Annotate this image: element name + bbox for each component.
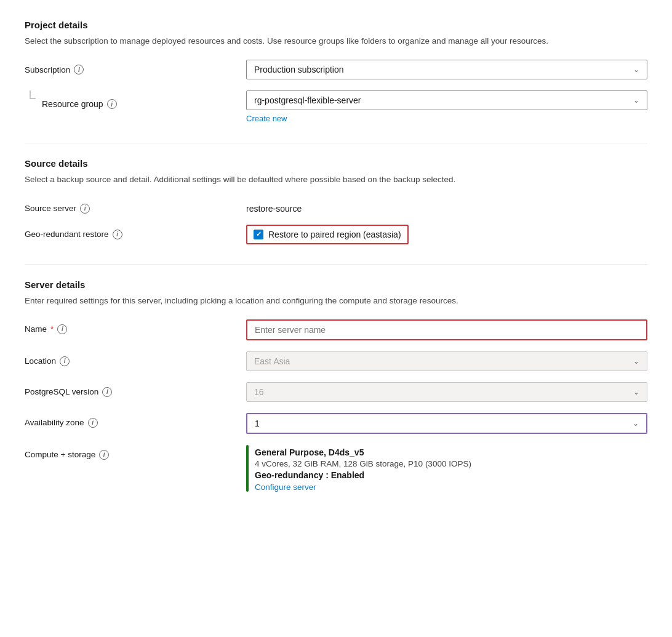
availability-zone-dropdown[interactable]: 1 ⌄	[246, 413, 647, 434]
availability-zone-label: Availability zone i	[25, 413, 246, 428]
divider-1	[25, 143, 647, 143]
divider-2	[25, 264, 647, 265]
geo-redundant-checkbox-label: Restore to paired region (eastasia)	[268, 230, 401, 239]
project-details-section: Project details Select the subscription …	[25, 20, 647, 123]
subscription-dropdown[interactable]: Production subscription ⌄	[246, 60, 647, 79]
availability-zone-control: 1 ⌄	[246, 413, 647, 434]
source-details-desc: Select a backup source and detail. Addit…	[25, 174, 647, 186]
postgresql-version-value: 16	[254, 387, 264, 397]
project-details-desc: Select the subscription to manage deploy…	[25, 35, 647, 47]
name-row: Name * i	[25, 319, 647, 340]
compute-desc: 4 vCores, 32 GiB RAM, 128 GiB storage, P…	[255, 459, 471, 468]
subscription-value: Production subscription	[254, 65, 344, 74]
geo-redundant-checkbox-row[interactable]: Restore to paired region (eastasia)	[246, 225, 409, 244]
compute-title: General Purpose, D4ds_v5	[255, 447, 471, 457]
resource-group-label: Resource group i	[25, 99, 246, 109]
source-details-title: Source details	[25, 158, 647, 169]
postgresql-version-info-icon[interactable]: i	[102, 387, 112, 397]
availability-zone-value: 1	[255, 419, 260, 428]
geo-redundant-row: Geo-redundant restore i Restore to paire…	[25, 225, 647, 244]
source-server-info-icon[interactable]: i	[80, 204, 90, 214]
create-new-link[interactable]: Create new	[246, 114, 287, 123]
postgresql-version-chevron-icon: ⌄	[633, 388, 639, 396]
server-details-section: Server details Enter required settings f…	[25, 279, 647, 492]
resource-group-dropdown[interactable]: rg-postgresql-flexible-server ⌄	[246, 90, 647, 110]
postgresql-version-dropdown[interactable]: 16 ⌄	[246, 382, 647, 402]
subscription-row: Subscription i Production subscription ⌄	[25, 60, 647, 79]
subscription-chevron-icon: ⌄	[633, 65, 639, 74]
compute-storage-info-icon[interactable]: i	[99, 450, 109, 460]
resource-group-info-icon[interactable]: i	[107, 99, 117, 109]
subscription-control: Production subscription ⌄	[246, 60, 647, 79]
availability-zone-row: Availability zone i 1 ⌄	[25, 413, 647, 434]
compute-storage-control: General Purpose, D4ds_v5 4 vCores, 32 Gi…	[246, 445, 647, 492]
resource-group-control: rg-postgresql-flexible-server ⌄ Create n…	[246, 90, 647, 123]
compute-storage-label: Compute + storage i	[25, 445, 246, 460]
name-control	[246, 319, 647, 340]
compute-storage-info: General Purpose, D4ds_v5 4 vCores, 32 Gi…	[249, 445, 471, 492]
resource-group-chevron-icon: ⌄	[633, 96, 639, 105]
availability-zone-chevron-icon: ⌄	[633, 419, 639, 428]
resource-group-value: rg-postgresql-flexible-server	[254, 95, 361, 105]
name-input[interactable]	[246, 319, 647, 340]
name-info-icon[interactable]: i	[57, 324, 67, 334]
subscription-label: Subscription i	[25, 60, 246, 74]
resource-group-label-area: Resource group i	[25, 90, 246, 109]
source-server-control: restore-source	[246, 199, 647, 214]
server-details-title: Server details	[25, 279, 647, 290]
subscription-info-icon[interactable]: i	[74, 65, 84, 74]
location-dropdown[interactable]: East Asia ⌄	[246, 351, 647, 371]
location-control: East Asia ⌄	[246, 351, 647, 371]
tree-connector	[30, 90, 36, 99]
location-info-icon[interactable]: i	[60, 356, 70, 366]
geo-redundant-checkbox[interactable]	[254, 230, 263, 239]
project-details-title: Project details	[25, 20, 647, 30]
geo-redundant-label: Geo-redundant restore i	[25, 225, 246, 239]
geo-redundant-info-icon[interactable]: i	[113, 230, 122, 239]
location-chevron-icon: ⌄	[633, 357, 639, 366]
name-required-star: *	[50, 324, 54, 334]
compute-storage-card: General Purpose, D4ds_v5 4 vCores, 32 Gi…	[246, 445, 647, 492]
source-details-section: Source details Select a backup source an…	[25, 158, 647, 244]
postgresql-version-label: PostgreSQL version i	[25, 382, 246, 397]
name-label: Name * i	[25, 319, 246, 334]
availability-zone-info-icon[interactable]: i	[88, 418, 98, 428]
compute-storage-row: Compute + storage i General Purpose, D4d…	[25, 445, 647, 492]
source-server-value: restore-source	[246, 199, 647, 214]
geo-redundant-control: Restore to paired region (eastasia)	[246, 225, 647, 244]
configure-server-link[interactable]: Configure server	[255, 483, 316, 492]
source-server-label: Source server i	[25, 199, 246, 214]
postgresql-version-control: 16 ⌄	[246, 382, 647, 402]
resource-group-row: Resource group i rg-postgresql-flexible-…	[25, 90, 647, 123]
compute-geo: Geo-redundancy : Enabled	[255, 470, 471, 480]
location-label: Location i	[25, 351, 246, 366]
postgresql-version-row: PostgreSQL version i 16 ⌄	[25, 382, 647, 402]
source-server-row: Source server i restore-source	[25, 199, 647, 214]
location-row: Location i East Asia ⌄	[25, 351, 647, 371]
server-details-desc: Enter required settings for this server,…	[25, 295, 647, 307]
location-value: East Asia	[254, 356, 290, 366]
